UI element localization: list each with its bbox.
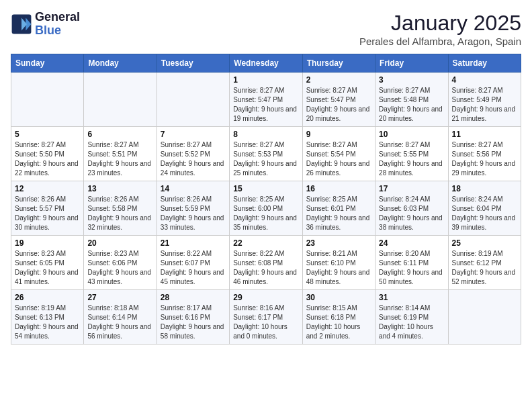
week-row-3: 12Sunrise: 8:26 AM Sunset: 5:57 PM Dayli… xyxy=(11,181,521,236)
day-cell xyxy=(84,73,157,127)
day-number: 11 xyxy=(452,130,517,139)
day-info: Sunrise: 8:17 AM Sunset: 6:16 PM Dayligh… xyxy=(161,304,226,341)
logo-icon xyxy=(11,13,32,35)
day-cell: 15Sunrise: 8:25 AM Sunset: 6:00 PM Dayli… xyxy=(230,181,302,236)
day-number: 16 xyxy=(306,184,371,193)
day-cell: 24Sunrise: 8:20 AM Sunset: 6:11 PM Dayli… xyxy=(375,236,448,290)
week-row-5: 26Sunrise: 8:19 AM Sunset: 6:13 PM Dayli… xyxy=(11,290,521,345)
day-info: Sunrise: 8:24 AM Sunset: 6:04 PM Dayligh… xyxy=(452,195,517,232)
day-info: Sunrise: 8:19 AM Sunset: 6:13 PM Dayligh… xyxy=(15,304,80,341)
day-number: 27 xyxy=(87,293,152,302)
day-cell: 17Sunrise: 8:24 AM Sunset: 6:03 PM Dayli… xyxy=(375,181,448,236)
day-cell: 1Sunrise: 8:27 AM Sunset: 5:47 PM Daylig… xyxy=(230,73,302,127)
day-number: 6 xyxy=(87,130,152,139)
day-cell: 3Sunrise: 8:27 AM Sunset: 5:48 PM Daylig… xyxy=(375,73,448,127)
day-info: Sunrise: 8:27 AM Sunset: 5:53 PM Dayligh… xyxy=(233,140,298,178)
day-cell: 21Sunrise: 8:22 AM Sunset: 6:07 PM Dayli… xyxy=(157,236,229,290)
day-number: 12 xyxy=(15,184,80,193)
weekday-header-sunday: Sunday xyxy=(11,54,84,73)
day-cell: 13Sunrise: 8:26 AM Sunset: 5:58 PM Dayli… xyxy=(84,181,157,236)
day-info: Sunrise: 8:21 AM Sunset: 6:10 PM Dayligh… xyxy=(306,249,371,287)
day-number: 5 xyxy=(15,130,80,139)
day-cell: 8Sunrise: 8:27 AM Sunset: 5:53 PM Daylig… xyxy=(230,127,302,181)
day-number: 14 xyxy=(161,184,226,193)
day-cell: 22Sunrise: 8:22 AM Sunset: 6:08 PM Dayli… xyxy=(230,236,302,290)
day-info: Sunrise: 8:22 AM Sunset: 6:08 PM Dayligh… xyxy=(233,249,298,287)
weekday-header-monday: Monday xyxy=(84,54,157,73)
day-number: 29 xyxy=(233,293,298,302)
day-info: Sunrise: 8:27 AM Sunset: 5:51 PM Dayligh… xyxy=(87,140,152,178)
day-number: 20 xyxy=(87,238,152,248)
day-info: Sunrise: 8:26 AM Sunset: 5:59 PM Dayligh… xyxy=(161,195,226,232)
calendar-title: January 2025 xyxy=(359,11,521,36)
day-number: 13 xyxy=(87,184,152,193)
day-info: Sunrise: 8:24 AM Sunset: 6:03 PM Dayligh… xyxy=(379,195,444,232)
day-cell xyxy=(448,290,521,345)
day-number: 15 xyxy=(233,184,298,193)
day-number: 8 xyxy=(233,130,298,139)
day-number: 28 xyxy=(161,293,226,302)
day-cell: 26Sunrise: 8:19 AM Sunset: 6:13 PM Dayli… xyxy=(11,290,84,345)
day-cell: 18Sunrise: 8:24 AM Sunset: 6:04 PM Dayli… xyxy=(448,181,521,236)
day-info: Sunrise: 8:27 AM Sunset: 5:50 PM Dayligh… xyxy=(15,140,80,178)
week-row-1: 1Sunrise: 8:27 AM Sunset: 5:47 PM Daylig… xyxy=(11,73,521,127)
day-number: 9 xyxy=(306,130,371,139)
day-cell: 7Sunrise: 8:27 AM Sunset: 5:52 PM Daylig… xyxy=(157,127,229,181)
day-cell: 31Sunrise: 8:14 AM Sunset: 6:19 PM Dayli… xyxy=(375,290,448,345)
day-info: Sunrise: 8:27 AM Sunset: 5:47 PM Dayligh… xyxy=(233,86,298,124)
day-info: Sunrise: 8:27 AM Sunset: 5:47 PM Dayligh… xyxy=(306,86,371,124)
day-cell: 9Sunrise: 8:27 AM Sunset: 5:54 PM Daylig… xyxy=(302,127,375,181)
day-cell: 30Sunrise: 8:15 AM Sunset: 6:18 PM Dayli… xyxy=(302,290,375,345)
day-number: 23 xyxy=(306,238,371,248)
day-info: Sunrise: 8:23 AM Sunset: 6:06 PM Dayligh… xyxy=(87,249,152,287)
day-number: 22 xyxy=(233,238,298,248)
day-number: 30 xyxy=(306,293,371,302)
day-number: 31 xyxy=(379,293,444,302)
day-number: 3 xyxy=(379,75,444,85)
day-cell: 2Sunrise: 8:27 AM Sunset: 5:47 PM Daylig… xyxy=(302,73,375,127)
day-cell: 11Sunrise: 8:27 AM Sunset: 5:56 PM Dayli… xyxy=(448,127,521,181)
day-cell: 16Sunrise: 8:25 AM Sunset: 6:01 PM Dayli… xyxy=(302,181,375,236)
calendar-table: SundayMondayTuesdayWednesdayThursdayFrid… xyxy=(11,54,521,345)
day-info: Sunrise: 8:14 AM Sunset: 6:19 PM Dayligh… xyxy=(379,304,444,341)
weekday-header-tuesday: Tuesday xyxy=(157,54,229,73)
day-info: Sunrise: 8:16 AM Sunset: 6:17 PM Dayligh… xyxy=(233,304,298,341)
weekday-header-thursday: Thursday xyxy=(302,54,375,73)
day-cell: 20Sunrise: 8:23 AM Sunset: 6:06 PM Dayli… xyxy=(84,236,157,290)
day-number: 1 xyxy=(233,75,298,85)
day-info: Sunrise: 8:20 AM Sunset: 6:11 PM Dayligh… xyxy=(379,249,444,287)
day-info: Sunrise: 8:27 AM Sunset: 5:55 PM Dayligh… xyxy=(379,140,444,178)
day-info: Sunrise: 8:27 AM Sunset: 5:49 PM Dayligh… xyxy=(452,86,517,124)
day-cell: 6Sunrise: 8:27 AM Sunset: 5:51 PM Daylig… xyxy=(84,127,157,181)
day-info: Sunrise: 8:26 AM Sunset: 5:57 PM Dayligh… xyxy=(15,195,80,232)
day-cell: 14Sunrise: 8:26 AM Sunset: 5:59 PM Dayli… xyxy=(157,181,229,236)
day-number: 18 xyxy=(452,184,517,193)
day-info: Sunrise: 8:25 AM Sunset: 6:01 PM Dayligh… xyxy=(306,195,371,232)
day-info: Sunrise: 8:18 AM Sunset: 6:14 PM Dayligh… xyxy=(87,304,152,341)
day-number: 4 xyxy=(452,75,517,85)
week-row-4: 19Sunrise: 8:23 AM Sunset: 6:05 PM Dayli… xyxy=(11,236,521,290)
day-cell: 19Sunrise: 8:23 AM Sunset: 6:05 PM Dayli… xyxy=(11,236,84,290)
day-number: 19 xyxy=(15,238,80,248)
day-info: Sunrise: 8:22 AM Sunset: 6:07 PM Dayligh… xyxy=(161,249,226,287)
day-cell: 12Sunrise: 8:26 AM Sunset: 5:57 PM Dayli… xyxy=(11,181,84,236)
day-cell xyxy=(157,73,229,127)
title-block: January 2025 Perales del Alfambra, Arago… xyxy=(359,11,521,47)
day-info: Sunrise: 8:27 AM Sunset: 5:56 PM Dayligh… xyxy=(452,140,517,178)
day-number: 26 xyxy=(15,293,80,302)
day-cell: 4Sunrise: 8:27 AM Sunset: 5:49 PM Daylig… xyxy=(448,73,521,127)
page-header: General Blue January 2025 Perales del Al… xyxy=(11,11,521,47)
week-row-2: 5Sunrise: 8:27 AM Sunset: 5:50 PM Daylig… xyxy=(11,127,521,181)
day-cell xyxy=(11,73,84,127)
day-cell: 28Sunrise: 8:17 AM Sunset: 6:16 PM Dayli… xyxy=(157,290,229,345)
day-cell: 5Sunrise: 8:27 AM Sunset: 5:50 PM Daylig… xyxy=(11,127,84,181)
day-number: 25 xyxy=(452,238,517,248)
day-cell: 25Sunrise: 8:19 AM Sunset: 6:12 PM Dayli… xyxy=(448,236,521,290)
weekday-header-saturday: Saturday xyxy=(448,54,521,73)
day-info: Sunrise: 8:27 AM Sunset: 5:54 PM Dayligh… xyxy=(306,140,371,178)
day-cell: 29Sunrise: 8:16 AM Sunset: 6:17 PM Dayli… xyxy=(230,290,302,345)
logo: General Blue xyxy=(11,11,80,38)
day-cell: 27Sunrise: 8:18 AM Sunset: 6:14 PM Dayli… xyxy=(84,290,157,345)
day-number: 10 xyxy=(379,130,444,139)
day-cell: 23Sunrise: 8:21 AM Sunset: 6:10 PM Dayli… xyxy=(302,236,375,290)
